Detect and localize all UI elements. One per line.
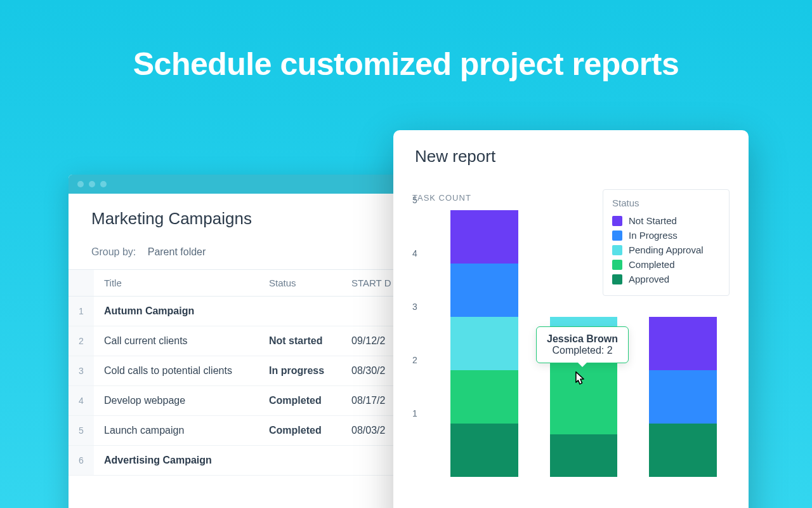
col-status[interactable]: Status xyxy=(259,270,341,297)
bar-segment[interactable] xyxy=(550,434,618,477)
row-index: 6 xyxy=(69,446,94,476)
bar-segment[interactable] xyxy=(450,210,518,264)
cursor-pointer-icon xyxy=(571,370,589,388)
row-index: 4 xyxy=(69,386,94,416)
task-status[interactable]: In progress xyxy=(259,356,341,386)
chart-bar[interactable] xyxy=(450,210,518,477)
bar-segment[interactable] xyxy=(450,370,518,424)
y-tick: 2 xyxy=(412,355,417,365)
tooltip-detail: Completed: 2 xyxy=(547,345,618,356)
chart-area: TASK COUNT Status Not StartedIn Progress… xyxy=(412,193,730,498)
y-tick: 1 xyxy=(412,408,417,418)
bar-segment[interactable] xyxy=(649,370,717,424)
tooltip-name: Jessica Brown xyxy=(547,333,618,345)
legend-title: Status xyxy=(612,197,720,208)
report-title: New report xyxy=(393,130,749,171)
window-dot-icon xyxy=(77,181,84,187)
y-tick: 5 xyxy=(412,195,417,205)
task-title[interactable]: Cold calls to potential clients xyxy=(94,356,259,386)
task-title[interactable]: Autumn Campaign xyxy=(94,297,259,326)
bar-segment[interactable] xyxy=(450,424,518,477)
task-title[interactable]: Advertising Campaign xyxy=(94,446,259,476)
chart-plot: 12345 Jessica Brown Completed: 2 xyxy=(412,210,730,477)
y-tick: 4 xyxy=(412,248,417,258)
task-status[interactable] xyxy=(259,297,341,326)
col-index xyxy=(69,270,94,297)
chart-tooltip: Jessica Brown Completed: 2 xyxy=(536,326,629,363)
task-status[interactable]: Not started xyxy=(259,326,341,356)
bar-segment[interactable] xyxy=(450,317,518,370)
chart-bar[interactable] xyxy=(649,317,717,477)
bar-segment[interactable] xyxy=(649,424,717,477)
task-title[interactable]: Develop webpage xyxy=(94,386,259,416)
row-index: 3 xyxy=(69,356,94,386)
task-title[interactable]: Launch campaign xyxy=(94,416,259,446)
task-status[interactable]: Completed xyxy=(259,416,341,446)
bar-segment[interactable] xyxy=(450,264,518,317)
task-status[interactable]: Completed xyxy=(259,386,341,416)
task-title[interactable]: Call current clients xyxy=(94,326,259,356)
task-status[interactable] xyxy=(259,446,341,476)
group-by-label: Group by: xyxy=(91,246,136,257)
page-headline: Schedule customized project reports xyxy=(0,46,812,83)
col-title[interactable]: Title xyxy=(94,270,259,297)
report-card: New report TASK COUNT Status Not Started… xyxy=(393,130,749,508)
y-tick: 3 xyxy=(412,302,417,312)
group-by-value[interactable]: Parent folder xyxy=(148,246,206,257)
window-dot-icon xyxy=(100,181,107,187)
window-dot-icon xyxy=(89,181,95,187)
row-index: 5 xyxy=(69,416,94,446)
row-index: 2 xyxy=(69,326,94,356)
bar-segment[interactable] xyxy=(649,317,717,370)
row-index: 1 xyxy=(69,297,94,326)
chart-y-axis: 12345 xyxy=(412,210,428,477)
